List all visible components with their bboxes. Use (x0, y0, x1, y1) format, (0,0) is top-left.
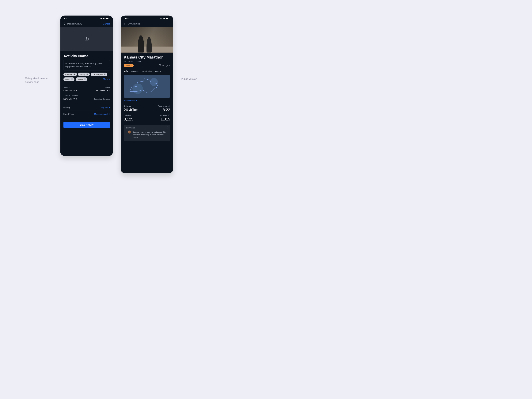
more-menu-button[interactable] (170, 23, 170, 25)
save-activity-button[interactable]: Save Activity (63, 122, 110, 128)
ending-label: Ending (88, 86, 110, 89)
stat-elevation: Elev. Gain (ft) 1,315 (147, 114, 170, 121)
event-type-label: Event Type (63, 113, 74, 115)
svg-point-17 (167, 65, 168, 65)
svg-rect-9 (161, 19, 161, 19)
chip-add-icon: + (86, 73, 88, 76)
starting-value: DD / MM / YY (63, 89, 85, 92)
comment-icon (166, 64, 168, 66)
back-icon[interactable] (63, 22, 65, 25)
category-badge: Running (124, 64, 133, 67)
caption-left: Categorised manual activity page (25, 76, 54, 84)
estimated-duration-field[interactable]: Estimated Duration (88, 98, 110, 100)
event-type-value: Uncategorized (94, 113, 108, 115)
cellular-icon (160, 18, 162, 19)
comments-card[interactable]: Comments Cameron I am so glad we met dur… (124, 125, 170, 141)
wifi-icon (163, 18, 165, 19)
svg-point-15 (167, 65, 167, 65)
chip-add-icon: + (104, 73, 106, 76)
comments-title: Comments (126, 127, 168, 129)
notes-input[interactable]: Notes on the activity. How did it go, wh… (63, 60, 110, 70)
back-icon[interactable] (124, 22, 125, 25)
tod-value: DD / MM / YY (63, 97, 85, 100)
privacy-label: Privacy (63, 106, 70, 109)
activity-name-heading[interactable]: Activity Name (63, 54, 110, 58)
svg-point-16 (167, 65, 167, 65)
svg-rect-6 (109, 18, 109, 19)
svg-rect-1 (100, 19, 101, 19)
svg-rect-3 (101, 18, 102, 19)
cellular-icon (100, 18, 102, 19)
wifi-icon (103, 18, 105, 19)
add-photo-button[interactable] (60, 27, 113, 51)
category-chips: Running+ Hiking+ Lift Weights+ (63, 73, 110, 76)
svg-rect-10 (161, 18, 162, 19)
chevron-right-icon (109, 78, 110, 80)
ending-value: DD / MM / YY (88, 89, 110, 92)
more-categories-link[interactable]: More (103, 78, 110, 81)
battery-icon (166, 18, 169, 19)
topbar: Manual Activity Cancel (60, 21, 113, 26)
chip-add-icon: + (73, 73, 76, 76)
chevron-right-icon (109, 107, 110, 108)
phone-manual-activity: 9:41 Manual Activity Cancel Activity Nam… (60, 16, 113, 156)
comment-item: Cameron I am so glad we met during this … (126, 131, 168, 139)
comment-body: Cameron I am so glad we met during this … (133, 131, 168, 139)
activity-title: Kansas City Marathon (124, 55, 170, 59)
svg-rect-14 (169, 18, 169, 19)
starting-field[interactable]: Starting DD / MM / YY (63, 86, 85, 92)
status-icons (100, 18, 109, 19)
chevron-right-icon (109, 113, 110, 115)
privacy-value: Only Me (100, 106, 108, 109)
phone-activity-detail: 9:41 My Activities Kansas City Marathon … (121, 16, 173, 173)
svg-rect-2 (101, 18, 101, 19)
estimated-label: Estimated Duration (88, 98, 110, 100)
status-icons (160, 18, 169, 19)
stat-pace: Pace (min/km) 8:22 (147, 105, 170, 112)
event-type-row[interactable]: Event Type Uncategorized (63, 111, 110, 117)
battery-icon (106, 18, 109, 19)
topbar: My Activities (121, 21, 173, 26)
time-of-day-field[interactable]: Time Of The Day DD / MM / YY (63, 95, 85, 100)
chevron-right-icon (167, 127, 168, 128)
chip-hiking[interactable]: Hiking+ (78, 73, 90, 76)
avatar (128, 131, 131, 133)
ending-field[interactable]: Ending DD / MM / YY (88, 86, 110, 92)
tab-analysis[interactable]: Analysis (131, 70, 138, 72)
cancel-button[interactable]: Cancel (103, 22, 110, 25)
tab-info[interactable]: Info (124, 70, 128, 72)
chip-kayak[interactable]: Kayak+ (76, 77, 87, 81)
comments-button[interactable]: 3 (166, 64, 170, 67)
camera-icon (85, 37, 89, 40)
route-path-icon (124, 75, 170, 97)
chip-lift-weights[interactable]: Lift Weights+ (91, 73, 107, 76)
activity-photo (121, 27, 173, 53)
social-stats: 12 3 (159, 64, 170, 67)
route-map[interactable] (124, 75, 170, 98)
tab-respiration[interactable]: Respiration (142, 70, 152, 72)
caption-right: Public version (181, 77, 197, 81)
tab-lorem[interactable]: Lorem (155, 70, 161, 72)
stats-grid: Distance 26.40km Pace (min/km) 8:22 Calo… (124, 105, 170, 121)
svg-rect-5 (106, 18, 108, 19)
status-bar: 9:41 (121, 16, 173, 22)
svg-rect-13 (166, 18, 168, 19)
chip-running[interactable]: Running+ (63, 73, 77, 76)
weather-info-link[interactable]: Weather Info (124, 100, 170, 102)
tabs: Info Analysis Respiration Lorem (124, 70, 170, 72)
privacy-row[interactable]: Privacy Only Me (63, 104, 110, 111)
stat-calories: Calories 3,125 (124, 114, 147, 121)
status-bar: 9:41 (60, 16, 113, 22)
svg-rect-0 (100, 19, 100, 19)
activity-subtitle: 19/11/2022 - 3h 49m (124, 60, 170, 63)
stat-distance: Distance 26.40km (124, 105, 147, 112)
page-title: Manual Activity (67, 22, 82, 25)
svg-rect-11 (162, 18, 162, 19)
starting-label: Starting (63, 86, 85, 89)
tod-label: Time Of The Day (63, 95, 85, 97)
chip-add-icon: + (84, 78, 86, 80)
likes-button[interactable]: 12 (159, 64, 164, 67)
chip-add-icon: + (71, 78, 73, 80)
heart-icon (159, 64, 161, 66)
chip-swim[interactable]: Swim+ (63, 77, 75, 81)
